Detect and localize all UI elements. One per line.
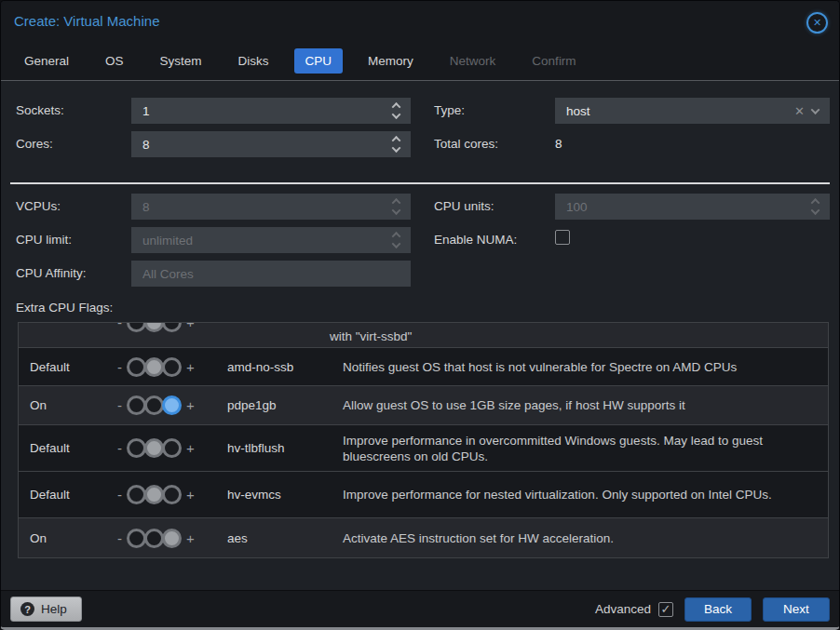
- flag-tristate-slider[interactable]: - +: [117, 323, 195, 332]
- vcpus-label: VCPUs:: [16, 199, 61, 213]
- cores-label: Cores:: [16, 137, 53, 151]
- slider-off-dot[interactable]: [127, 438, 146, 458]
- slider-on-dot[interactable]: [162, 357, 182, 377]
- vcpus-input[interactable]: [131, 200, 387, 214]
- flag-description: Activate AES instruction set for HW acce…: [343, 530, 819, 546]
- slider-default-dot[interactable]: [144, 485, 164, 504]
- enable-numa-checkbox[interactable]: ✓: [555, 230, 570, 245]
- spinner: [806, 198, 830, 215]
- slider-off-dot[interactable]: [127, 485, 146, 504]
- tab-label: System: [160, 54, 202, 68]
- plus-label: +: [186, 441, 195, 455]
- slider-default-dot[interactable]: [144, 395, 164, 415]
- extra-cpu-flags-label: Extra CPU Flags:: [16, 301, 113, 315]
- slider-on-dot[interactable]: [162, 395, 182, 415]
- advanced-checkbox[interactable]: ✓: [658, 602, 673, 617]
- spinner: [387, 136, 411, 153]
- dialog-titlebar: Create: Virtual Machine ✕: [1, 1, 839, 42]
- slider-default-dot[interactable]: [144, 357, 164, 377]
- flag-name: aes: [227, 531, 343, 545]
- slider-default-dot[interactable]: [144, 438, 164, 458]
- spinner-down-icon[interactable]: [392, 110, 401, 119]
- flag-tristate-slider[interactable]: - +: [117, 485, 195, 504]
- cpu-limit-field[interactable]: [131, 227, 411, 253]
- flag-name: amd-no-ssb: [227, 360, 343, 374]
- tab-os[interactable]: OS: [94, 48, 135, 74]
- tab-confirm[interactable]: Confirm: [521, 48, 587, 74]
- tab-general[interactable]: General: [13, 48, 80, 74]
- cores-input[interactable]: [131, 138, 387, 152]
- type-input[interactable]: [555, 104, 787, 118]
- cpu-affinity-input[interactable]: [131, 267, 411, 281]
- flag-description: Improve performance for nested virtualiz…: [343, 487, 819, 503]
- advanced-label: Advanced: [595, 602, 651, 616]
- cores-field[interactable]: [131, 131, 411, 157]
- spinner: [387, 198, 411, 215]
- dialog-body: Sockets: Type: ✕ Cores: Total cores: 8: [1, 80, 839, 594]
- slider-on-dot[interactable]: [162, 438, 182, 458]
- back-button[interactable]: Back: [684, 597, 752, 622]
- cpu-affinity-field[interactable]: [131, 261, 411, 287]
- flag-tristate-slider[interactable]: - +: [117, 529, 195, 548]
- help-button[interactable]: ? Help: [10, 596, 82, 622]
- flag-row: On - + aes Activate AES instruction set …: [19, 518, 828, 557]
- cpu-units-field[interactable]: [555, 194, 830, 220]
- slider-off-dot[interactable]: [127, 357, 146, 377]
- spinner-down-icon[interactable]: [392, 143, 401, 153]
- slider-off-dot[interactable]: [127, 323, 146, 332]
- slider-off-dot[interactable]: [127, 529, 146, 548]
- enable-numa-label: Enable NUMA:: [434, 233, 517, 247]
- minus-label: -: [117, 488, 122, 502]
- flag-state-label: On: [30, 531, 117, 545]
- tab-label: General: [24, 54, 69, 68]
- help-label: Help: [41, 602, 67, 616]
- flag-tristate-slider[interactable]: - +: [117, 357, 195, 377]
- flags-table: - + with "virt-ssbd" Default -: [18, 322, 829, 558]
- spinner: [387, 232, 411, 248]
- cpu-units-input[interactable]: [555, 200, 806, 214]
- slider-default-dot[interactable]: [144, 323, 164, 332]
- flag-tristate-slider[interactable]: - +: [117, 438, 195, 458]
- vcpus-field[interactable]: [131, 194, 411, 220]
- sockets-field[interactable]: [131, 98, 411, 124]
- spinner-down-icon[interactable]: [392, 239, 401, 248]
- flag-description: Allow guest OS to use 1GB size pages, if…: [343, 397, 819, 413]
- slider-off-dot[interactable]: [127, 395, 146, 415]
- clear-icon[interactable]: ✕: [787, 104, 812, 118]
- slider-on-dot[interactable]: [162, 485, 182, 504]
- advanced-separator: [10, 182, 830, 184]
- tab-label: CPU: [305, 54, 332, 68]
- flag-description: with "virt-ssbd": [330, 328, 412, 344]
- tab-disks[interactable]: Disks: [227, 48, 280, 74]
- dialog-title: Create: Virtual Machine: [14, 13, 159, 29]
- chevron-down-icon[interactable]: [811, 105, 820, 114]
- next-button[interactable]: Next: [763, 597, 830, 622]
- flag-tristate-slider[interactable]: - +: [117, 395, 195, 415]
- plus-label: +: [186, 531, 195, 545]
- total-cores-label: Total cores:: [434, 137, 498, 151]
- minus-label: -: [117, 323, 122, 329]
- sockets-label: Sockets:: [16, 103, 64, 117]
- tab-network[interactable]: Network: [439, 48, 508, 74]
- total-cores-value: 8: [555, 137, 562, 151]
- sockets-input[interactable]: [131, 104, 387, 118]
- spinner-down-icon[interactable]: [392, 206, 401, 215]
- type-field[interactable]: ✕: [555, 98, 830, 124]
- cpu-limit-input[interactable]: [131, 234, 387, 248]
- spinner-down-icon[interactable]: [811, 206, 820, 215]
- plus-label: +: [186, 398, 195, 412]
- tab-label: Confirm: [532, 54, 576, 68]
- tab-bar: GeneralOSSystemDisksCPUMemoryNetworkConf…: [1, 42, 839, 80]
- minus-label: -: [117, 441, 122, 455]
- slider-on-dot[interactable]: [162, 529, 182, 548]
- tab-cpu[interactable]: CPU: [294, 48, 344, 74]
- plus-label: +: [186, 360, 195, 374]
- slider-default-dot[interactable]: [144, 529, 164, 548]
- tab-memory[interactable]: Memory: [357, 48, 425, 74]
- flag-name: pdpe1gb: [227, 398, 343, 412]
- close-icon[interactable]: ✕: [806, 12, 828, 34]
- slider-on-dot[interactable]: [162, 323, 182, 332]
- tab-system[interactable]: System: [149, 48, 213, 74]
- tab-label: Network: [450, 54, 496, 68]
- create-vm-dialog: Create: Virtual Machine ✕ GeneralOSSyste…: [0, 0, 840, 630]
